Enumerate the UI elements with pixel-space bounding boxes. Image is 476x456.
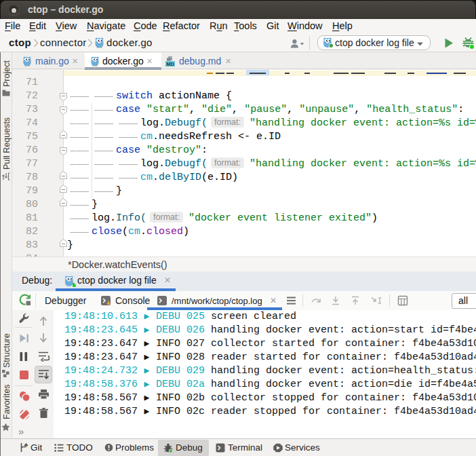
svg-text:MD: MD: [166, 61, 174, 67]
